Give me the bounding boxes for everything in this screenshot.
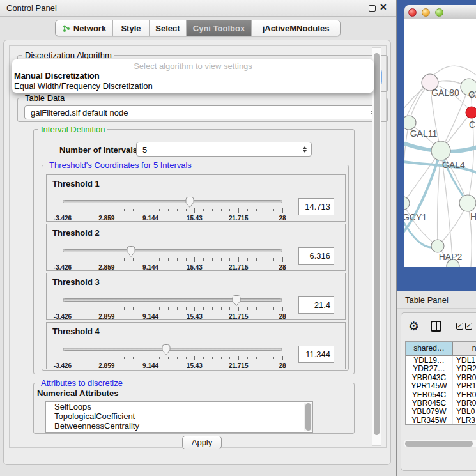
table-panel-area: ⚙ ✓ ✓ shared… na YDL19…YDL1YDR27…YDR2YBR…: [397, 309, 476, 476]
dropdown-option-equal-width[interactable]: Equal Width/Frequency Discretization: [12, 81, 374, 91]
window-minimize-icon[interactable]: [422, 8, 430, 17]
table-header-row: shared… na: [406, 342, 476, 356]
node-label: GAL11: [410, 128, 438, 139]
node-attribute-table: shared… na YDL19…YDL1YDR27…YDR2YBR043CYB…: [405, 341, 476, 425]
group-title: Attributes to discretize: [38, 378, 125, 388]
checkbox-icon[interactable]: ✓: [456, 323, 463, 330]
node: [459, 195, 476, 211]
threshold-value-field[interactable]: 6.316: [298, 247, 334, 265]
slider-thumb[interactable]: [185, 196, 195, 208]
network-window-titlebar: [404, 5, 476, 19]
column-header-name[interactable]: na: [453, 342, 476, 355]
table-panel: ⚙ ✓ ✓ shared… na YDL19…YDL1YDR27…YDR2YBR…: [401, 312, 476, 471]
window-close-icon[interactable]: [408, 8, 417, 17]
tab-select[interactable]: Select: [150, 20, 187, 36]
threshold-slider[interactable]: -3.4262.8599.14415.4321.71528: [63, 246, 282, 272]
threshold-slider[interactable]: -3.4262.8599.14415.4321.71528: [63, 344, 282, 370]
slider-tick-labels: -3.4262.8599.14415.4321.71528: [63, 215, 282, 222]
table-row[interactable]: YBL079WYBL0: [406, 407, 476, 415]
dropdown-option-manual[interactable]: Manual Discretization: [12, 71, 374, 81]
num-intervals-value: 5: [142, 144, 147, 154]
slider-thumb[interactable]: [161, 344, 171, 356]
table-panel-header: Table Panel: [397, 291, 476, 309]
table-data-group: Table Data galFiltered.sif default node: [17, 98, 388, 122]
table-row[interactable]: YER054CYER0: [406, 390, 476, 399]
node-label: C: [469, 119, 475, 130]
panel-title: Control Panel: [6, 3, 57, 13]
apply-button[interactable]: Apply: [182, 436, 222, 449]
node-label: GCY1: [404, 212, 427, 222]
slider-ticks: [63, 307, 282, 312]
table-row[interactable]: YBR045CYBR0: [406, 399, 476, 407]
table-row[interactable]: YDL19…YDL1: [406, 356, 476, 364]
panel-vertical-scrollbar[interactable]: [372, 47, 381, 446]
slider-ticks: [63, 356, 282, 362]
threshold-label: Threshold 1: [52, 179, 100, 188]
threshold-1-block: Threshold 1-3.4262.8599.14415.4321.71528…: [46, 174, 346, 222]
threshold-slider[interactable]: -3.4262.8599.14415.4321.71528: [63, 197, 282, 222]
table-row[interactable]: YDR27…YDR2: [406, 364, 476, 372]
num-intervals-label: Number of Intervals: [59, 145, 137, 155]
node-gcy1: [404, 197, 410, 210]
table-row[interactable]: YIL052CYIL0: [406, 424, 476, 425]
node-table-body: YDL19…YDL1YDR27…YDR2YBR043CYBR0YPR145WYP…: [406, 356, 476, 425]
node-label: H: [470, 211, 476, 222]
interval-definition-group: Interval Definition Number of Intervals …: [33, 129, 355, 374]
control-panel-tabs: Network Style Select Cyni Toolbox jActiv…: [55, 20, 341, 36]
node-gal4: [431, 141, 450, 160]
slider-ticks: [63, 208, 282, 214]
threshold-label: Threshold 2: [52, 228, 100, 238]
group-title: Discretization Algorithm: [22, 50, 114, 60]
table-row[interactable]: YLR345WYLR3: [406, 416, 476, 424]
close-icon[interactable]: ✕: [380, 2, 387, 12]
gear-icon[interactable]: ⚙: [408, 319, 419, 334]
group-title: Interval Definition: [38, 125, 107, 134]
cytoscape-desktop: GAL80 GA C GAL11 GAL4 GCY1 H HAP2: [397, 0, 476, 291]
table-row[interactable]: YBR043CYBR0: [406, 373, 476, 381]
slider-thumb[interactable]: [231, 295, 242, 307]
tab-jactivemnodules[interactable]: jActiveMNodules: [252, 20, 340, 36]
node-label: GAL80: [431, 88, 459, 98]
numerical-attributes-list[interactable]: SelfLoopsTopologicalCoefficientBetweenne…: [45, 401, 313, 433]
group-title: Table Data: [22, 93, 67, 103]
control-panel-titlebar: Control Panel ✕: [0, 0, 396, 17]
tab-network[interactable]: Network: [56, 20, 113, 36]
list-item[interactable]: TopologicalCoefficient: [46, 411, 312, 421]
network-canvas[interactable]: GAL80 GA C GAL11 GAL4 GCY1 H HAP2: [404, 19, 476, 267]
threshold-4-block: Threshold 4-3.4262.8599.14415.4321.71528…: [46, 322, 346, 369]
threshold-slider[interactable]: -3.4262.8599.14415.4321.71528: [63, 295, 282, 321]
table-data-combobox[interactable]: galFiltered.sif default node: [24, 105, 380, 119]
node-label: GA: [468, 89, 476, 100]
cyni-toolbox-panel: Discretization Algorithm Table Data galF…: [3, 40, 391, 465]
tab-cyni-toolbox[interactable]: Cyni Toolbox: [187, 20, 252, 36]
table-panel-title: Table Panel: [405, 295, 449, 305]
threshold-value-field[interactable]: 21.4: [298, 296, 334, 314]
slider-ticks: [63, 257, 282, 263]
algorithm-dropdown-popup: Select algorithm to view settings Manual…: [12, 59, 374, 93]
num-intervals-combobox[interactable]: 5: [136, 142, 312, 157]
tab-style[interactable]: Style: [113, 20, 150, 36]
threshold-3-block: Threshold 3-3.4262.8599.14415.4321.71528…: [46, 273, 346, 320]
list-item[interactable]: SelfLoops: [46, 402, 312, 411]
list-scrollbar[interactable]: [304, 403, 312, 431]
node-gal11: [404, 116, 416, 130]
dropdown-hint-option[interactable]: Select algorithm to view settings: [12, 59, 374, 71]
table-row[interactable]: YPR145WYPR1: [406, 381, 476, 390]
node-selected-red: [466, 107, 476, 118]
slider-tick-labels: -3.4262.8599.14415.4321.71528: [63, 313, 282, 321]
list-item[interactable]: BetweennessCentrality: [46, 421, 312, 431]
node-label: HAP2: [439, 252, 463, 262]
attributes-group: Attributes to discretize Numerical Attri…: [33, 383, 355, 434]
threshold-value-field[interactable]: 14.713: [298, 198, 334, 215]
threshold-value-field[interactable]: 11.344: [298, 346, 334, 363]
slider-thumb[interactable]: [126, 245, 136, 257]
table-horizontal-scrollbar[interactable]: [404, 440, 476, 447]
float-window-icon[interactable]: [369, 5, 376, 12]
numerical-attributes-label: Numerical Attributes: [37, 388, 118, 398]
column-layout-icon[interactable]: [431, 321, 441, 332]
checkbox-icon[interactable]: ✓: [465, 323, 472, 330]
window-zoom-icon[interactable]: [435, 8, 443, 17]
column-header-shared-name[interactable]: shared…: [406, 342, 453, 355]
network-view-window: GAL80 GA C GAL11 GAL4 GCY1 H HAP2: [404, 5, 476, 267]
threshold-label: Threshold 3: [52, 277, 100, 287]
